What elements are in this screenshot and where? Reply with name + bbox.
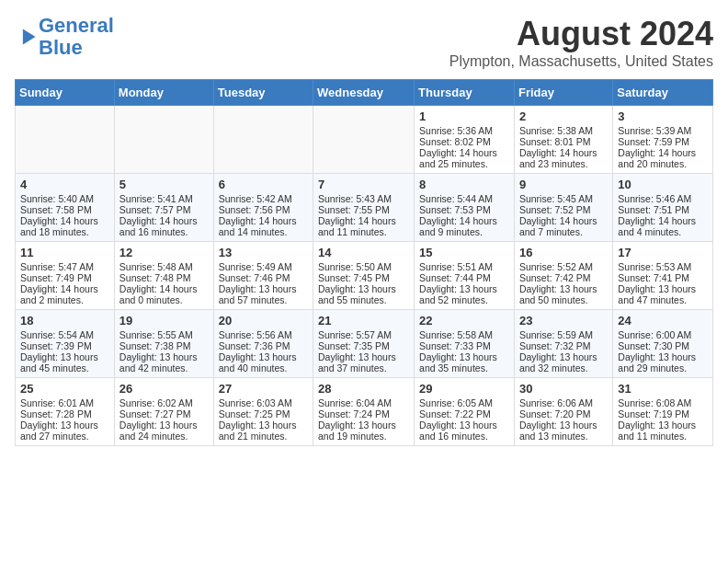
day-info: Sunrise: 5:50 AM xyxy=(318,261,409,272)
day-info: Sunset: 7:20 PM xyxy=(519,408,608,419)
day-info: and 50 minutes. xyxy=(519,294,608,305)
weekday-header-row: SundayMondayTuesdayWednesdayThursdayFrid… xyxy=(16,80,713,106)
calendar-day-cell: 7Sunrise: 5:43 AMSunset: 7:55 PMDaylight… xyxy=(313,174,415,242)
day-info: and 35 minutes. xyxy=(419,362,509,373)
day-info: Sunrise: 5:52 AM xyxy=(519,261,608,272)
day-number: 11 xyxy=(20,246,109,259)
day-info: and 2 minutes. xyxy=(20,294,109,305)
day-info: and 42 minutes. xyxy=(119,362,209,373)
calendar-day-cell: 17Sunrise: 5:53 AMSunset: 7:41 PMDayligh… xyxy=(613,242,713,310)
day-info: Daylight: 13 hours xyxy=(318,351,409,362)
day-info: Sunset: 7:38 PM xyxy=(119,340,209,351)
logo-line2: Blue xyxy=(39,36,83,59)
day-number: 10 xyxy=(618,178,708,191)
day-info: Daylight: 14 hours xyxy=(20,283,109,294)
calendar-day-cell: 28Sunrise: 6:04 AMSunset: 7:24 PMDayligh… xyxy=(313,378,415,446)
day-info: Sunset: 7:52 PM xyxy=(519,204,608,215)
day-info: Sunset: 7:24 PM xyxy=(318,408,409,419)
calendar-week-row: 1Sunrise: 5:36 AMSunset: 8:02 PMDaylight… xyxy=(16,106,713,174)
calendar-day-cell: 16Sunrise: 5:52 AMSunset: 7:42 PMDayligh… xyxy=(514,242,612,310)
day-info: and 13 minutes. xyxy=(519,431,608,442)
day-info: Sunrise: 5:40 AM xyxy=(20,193,109,204)
calendar-day-cell xyxy=(213,106,313,174)
day-info: and 57 minutes. xyxy=(219,294,308,305)
day-info: and 47 minutes. xyxy=(618,294,708,305)
calendar-day-cell: 25Sunrise: 6:01 AMSunset: 7:28 PMDayligh… xyxy=(16,378,115,446)
day-info: Sunset: 8:01 PM xyxy=(519,136,608,147)
calendar-day-cell xyxy=(16,106,115,174)
day-info: Daylight: 14 hours xyxy=(519,147,608,158)
day-info: Sunrise: 6:06 AM xyxy=(519,397,608,408)
day-info: Sunset: 7:19 PM xyxy=(618,408,708,419)
weekday-header-cell: Tuesday xyxy=(213,80,313,106)
calendar-day-cell: 20Sunrise: 5:56 AMSunset: 7:36 PMDayligh… xyxy=(213,310,313,378)
day-info: Sunset: 7:25 PM xyxy=(219,408,308,419)
day-info: and 27 minutes. xyxy=(20,431,109,442)
calendar-day-cell xyxy=(114,106,213,174)
calendar-day-cell: 6Sunrise: 5:42 AMSunset: 7:56 PMDaylight… xyxy=(213,174,313,242)
day-info: Sunrise: 5:57 AM xyxy=(318,329,409,340)
day-info: Daylight: 14 hours xyxy=(618,215,708,226)
day-info: Sunrise: 5:56 AM xyxy=(219,329,308,340)
day-number: 14 xyxy=(318,246,409,259)
day-info: Sunrise: 5:43 AM xyxy=(318,193,409,204)
day-info: and 23 minutes. xyxy=(519,158,608,169)
day-info: Sunset: 7:22 PM xyxy=(419,408,509,419)
day-info: Sunset: 7:36 PM xyxy=(219,340,308,351)
day-info: Daylight: 13 hours xyxy=(618,283,708,294)
day-info: Sunrise: 5:44 AM xyxy=(419,193,509,204)
day-number: 3 xyxy=(618,109,708,123)
day-info: Sunrise: 6:08 AM xyxy=(618,397,708,408)
calendar-week-row: 4Sunrise: 5:40 AMSunset: 7:58 PMDaylight… xyxy=(16,174,713,242)
day-number: 24 xyxy=(618,314,708,327)
day-info: and 16 minutes. xyxy=(419,431,509,442)
day-info: Daylight: 13 hours xyxy=(219,419,308,431)
day-info: Sunrise: 5:53 AM xyxy=(618,261,708,272)
day-info: Sunset: 7:55 PM xyxy=(318,204,409,215)
day-info: Daylight: 13 hours xyxy=(20,351,109,362)
day-info: Sunrise: 5:55 AM xyxy=(119,329,209,340)
day-info: and 40 minutes. xyxy=(219,362,308,373)
weekday-header-cell: Monday xyxy=(114,80,213,106)
day-number: 9 xyxy=(519,178,608,191)
day-info: Daylight: 13 hours xyxy=(519,283,608,294)
day-info: Sunset: 7:58 PM xyxy=(20,204,109,215)
day-info: Daylight: 14 hours xyxy=(419,215,509,226)
day-number: 8 xyxy=(419,178,509,191)
day-info: and 11 minutes. xyxy=(618,431,708,442)
calendar-day-cell: 26Sunrise: 6:02 AMSunset: 7:27 PMDayligh… xyxy=(114,378,213,446)
logo-icon xyxy=(17,26,39,48)
day-info: Sunrise: 5:58 AM xyxy=(419,329,509,340)
day-info: Sunrise: 5:47 AM xyxy=(20,261,109,272)
day-info: and 16 minutes. xyxy=(119,226,209,237)
day-info: Daylight: 14 hours xyxy=(519,215,608,226)
calendar-day-cell: 30Sunrise: 6:06 AMSunset: 7:20 PMDayligh… xyxy=(514,378,612,446)
day-info: and 4 minutes. xyxy=(618,226,708,237)
calendar-day-cell: 31Sunrise: 6:08 AMSunset: 7:19 PMDayligh… xyxy=(613,378,713,446)
day-info: Daylight: 13 hours xyxy=(219,351,308,362)
day-info: Daylight: 13 hours xyxy=(419,351,509,362)
day-info: Daylight: 13 hours xyxy=(318,419,409,431)
day-info: Sunrise: 5:46 AM xyxy=(618,193,708,204)
day-number: 30 xyxy=(519,382,608,396)
day-info: Sunrise: 6:04 AM xyxy=(318,397,409,408)
logo: General Blue xyxy=(15,15,114,59)
day-number: 1 xyxy=(419,109,509,123)
day-info: Sunset: 7:59 PM xyxy=(618,136,708,147)
day-info: Sunset: 7:39 PM xyxy=(20,340,109,351)
day-info: Sunrise: 6:02 AM xyxy=(119,397,209,408)
calendar-day-cell: 13Sunrise: 5:49 AMSunset: 7:46 PMDayligh… xyxy=(213,242,313,310)
calendar-week-row: 25Sunrise: 6:01 AMSunset: 7:28 PMDayligh… xyxy=(16,378,713,446)
calendar-day-cell: 11Sunrise: 5:47 AMSunset: 7:49 PMDayligh… xyxy=(16,242,115,310)
calendar-day-cell: 10Sunrise: 5:46 AMSunset: 7:51 PMDayligh… xyxy=(613,174,713,242)
day-info: Sunrise: 5:54 AM xyxy=(20,329,109,340)
day-info: and 19 minutes. xyxy=(318,431,409,442)
calendar-day-cell xyxy=(313,106,415,174)
day-info: Sunset: 7:46 PM xyxy=(219,272,308,283)
calendar-week-row: 11Sunrise: 5:47 AMSunset: 7:49 PMDayligh… xyxy=(16,242,713,310)
day-number: 25 xyxy=(20,382,109,396)
page-header: General Blue August 2024 Plympton, Massa… xyxy=(15,15,713,70)
weekday-header-cell: Sunday xyxy=(16,80,115,106)
day-info: Daylight: 14 hours xyxy=(419,147,509,158)
day-info: Sunrise: 6:05 AM xyxy=(419,397,509,408)
